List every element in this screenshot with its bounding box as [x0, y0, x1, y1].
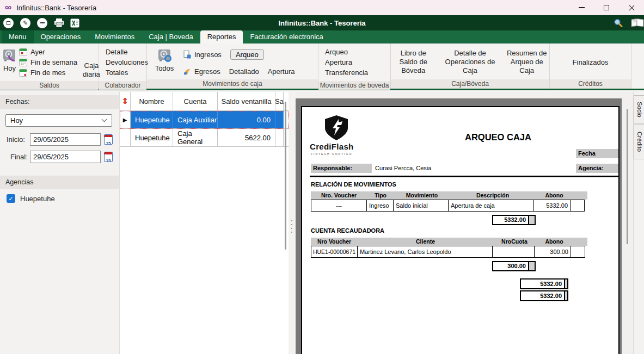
detalle-button[interactable]: Detalle — [106, 47, 148, 57]
rt1-cell-descripcion: Apertura de caja — [448, 200, 534, 212]
resumen-arqueo-caja-button[interactable]: Resumen de Arqueo de Caja — [507, 49, 547, 75]
column-header-saldo-ventanilla[interactable]: Saldo ventanilla — [218, 92, 275, 110]
rt1-col-movimiento: Movimiento — [394, 191, 450, 200]
column-header-nombre[interactable]: Nombre — [131, 92, 173, 110]
tab-menu[interactable]: Menu — [2, 30, 34, 44]
transferencia-button[interactable]: Transferencia — [325, 67, 368, 78]
inicio-date-input[interactable] — [30, 133, 101, 146]
cell-nombre: Huepetuhe — [131, 111, 173, 128]
side-tab-socio[interactable]: Socio — [634, 95, 644, 123]
rt2-cell-nrocuota — [492, 246, 535, 258]
rt2-col-nrocuota: NroCuota — [493, 238, 536, 246]
safe-today-icon — [2, 48, 17, 63]
finalizados-button[interactable]: Finalizados — [573, 57, 609, 67]
libro-saldo-boveda-button[interactable]: Libro de Saldo de Bóveda — [393, 49, 433, 75]
tab-operaciones[interactable]: Operaciones — [34, 30, 88, 44]
table-row[interactable]: ▶ Huepetuhe Caja Auxiliar 0.00 — [120, 111, 289, 129]
cashbox-grid: ⇕ Nombre Cuenta Saldo ventanilla Sa ▶ Hu… — [120, 92, 289, 354]
cell-saldo: 0.00 — [218, 111, 275, 128]
devoluciones-button[interactable]: Devoluciones — [106, 57, 148, 67]
cell-saldo: 5622.00 — [218, 129, 275, 146]
egresos-button[interactable]: Egresos — [183, 66, 220, 77]
final-date-input[interactable] — [30, 151, 101, 163]
report-section-movimientos-heading: RELACIÓN DE MOVIMIENTOS — [311, 181, 396, 188]
report-vertical-scrollbar[interactable] — [627, 109, 628, 244]
help-book-button[interactable] — [631, 18, 644, 27]
report-toolbar-strip — [296, 92, 622, 98]
apertura-caja-button[interactable]: Apertura — [268, 66, 295, 77]
tab-facturacion-electronica[interactable]: Facturación electronica — [243, 30, 330, 44]
rt2-col-abono: Abono — [536, 238, 573, 246]
ribbon-group-label-mov-caja: Movimientos de caja — [147, 79, 318, 89]
report-responsable-value: Curasi Percca, Cesia — [375, 164, 431, 173]
rt2-col-cliente: Cliente — [358, 238, 493, 246]
arqueo-caja-button[interactable]: Arqueo — [230, 49, 264, 60]
window-title: Infinitus::Bank - Tesorería — [16, 4, 96, 12]
grid-header-row: ⇕ Nombre Cuenta Saldo ventanilla Sa — [120, 92, 289, 111]
arqueo-boveda-button[interactable]: Arqueo — [325, 47, 368, 57]
titlebar: ∞ Infinitus::Bank - Tesorería — [0, 0, 644, 15]
final-calendar-button[interactable]: 15 — [104, 152, 113, 162]
checkbox-checked-icon[interactable]: ✓ — [7, 194, 15, 203]
side-tab-credito[interactable]: Crédito — [634, 125, 644, 159]
ribbon-group-saldos: Hoy Ayer — [0, 44, 99, 89]
rt1-cell-voucher: --- — [311, 200, 367, 212]
sort-column-header[interactable]: ⇕ — [120, 92, 131, 110]
printer-icon — [54, 18, 64, 28]
report-section-recaudadora-heading: CUENTA RECAUDADORA — [311, 227, 384, 234]
restore-window-button[interactable] — [3, 18, 14, 28]
ribbon: Hoy Ayer — [0, 44, 644, 90]
fin-de-mes-button[interactable]: Fin de mes — [19, 67, 77, 78]
ingresos-icon — [183, 51, 191, 59]
report-scroll-strip — [622, 92, 633, 354]
collapse-button[interactable] — [37, 18, 47, 28]
ayer-button[interactable]: Ayer — [19, 47, 77, 57]
search-button[interactable] — [613, 18, 623, 28]
rt2-cell-cliente: Martinez Levano, Carlos Leopoldo — [357, 246, 493, 258]
todos-button[interactable]: Todos — [151, 46, 177, 78]
column-header-cut[interactable]: Sa — [275, 92, 284, 110]
panel-splitter[interactable] — [289, 92, 296, 354]
fin-de-semana-button[interactable]: Fin de semana — [19, 57, 77, 67]
inicio-label: Inicio: — [7, 133, 25, 146]
caja-diaria-button[interactable]: Caja diaria — [83, 61, 100, 79]
calendar-icon — [105, 152, 112, 154]
report-recaudadora-table: Nro Voucher Cliente NroCuota Abono HUE1-… — [311, 238, 588, 258]
report-brand-tagline: fintech contigo — [311, 152, 352, 156]
cell-cuenta: Caja Auxiliar — [173, 111, 218, 128]
tab-movimientos[interactable]: Movimientos — [88, 30, 142, 44]
maximize-icon — [604, 5, 609, 10]
maximize-button[interactable] — [594, 0, 619, 15]
edit-button[interactable]: ✎ — [20, 18, 30, 28]
excel-icon — [70, 18, 79, 28]
rt1-col-tipo: Tipo — [367, 191, 394, 200]
agency-checkbox-row[interactable]: ✓ Huepetuhe — [7, 194, 55, 203]
rt1-cell-abono: 5332.00 — [533, 200, 571, 212]
egresos-icon — [183, 67, 191, 76]
print-button[interactable] — [54, 18, 64, 28]
ribbon-group-label-colaborador: Colaborador — [99, 81, 146, 90]
totales-button[interactable]: Totales — [106, 67, 148, 78]
table-row[interactable]: Huepetuhe Caja General 5622.00 — [120, 129, 289, 147]
apertura-boveda-button[interactable]: Apertura — [325, 57, 368, 67]
hoy-button[interactable]: Hoy — [2, 46, 17, 80]
ribbon-group-caja-boveda: Libro de Saldo de Bóveda Detalle de Oper… — [391, 44, 550, 89]
ingresos-button[interactable]: Ingresos — [183, 49, 222, 60]
report-movimientos-table: Nro. Voucher Tipo Movimiento Descripción… — [311, 191, 588, 212]
final-label: Final: — [10, 151, 28, 164]
export-excel-button[interactable] — [70, 18, 79, 28]
grid-vertical-scrollbar[interactable] — [285, 102, 286, 250]
minimize-button[interactable] — [569, 0, 594, 15]
column-header-cuenta[interactable]: Cuenta — [173, 92, 218, 110]
detalle-operaciones-caja-button[interactable]: Detalle de Operaciones de Caja — [442, 49, 498, 75]
filter-panel: Fechas: Hoy Inicio: 15 Final: 15 Agencia… — [0, 92, 120, 354]
tab-reportes[interactable]: Reportes — [200, 30, 243, 44]
detallado-button[interactable]: Detallado — [229, 66, 259, 77]
rt1-cell-movimiento: Saldo inicial — [393, 200, 449, 212]
inicio-calendar-button[interactable]: 15 — [104, 134, 113, 145]
pencil-icon: ✎ — [23, 20, 28, 26]
close-button[interactable] — [619, 0, 644, 15]
date-range-select[interactable]: Hoy — [5, 114, 112, 127]
ribbon-group-label-saldos: Saldos — [0, 81, 99, 90]
tab-caja-boveda[interactable]: Caja | Boveda — [142, 30, 200, 44]
